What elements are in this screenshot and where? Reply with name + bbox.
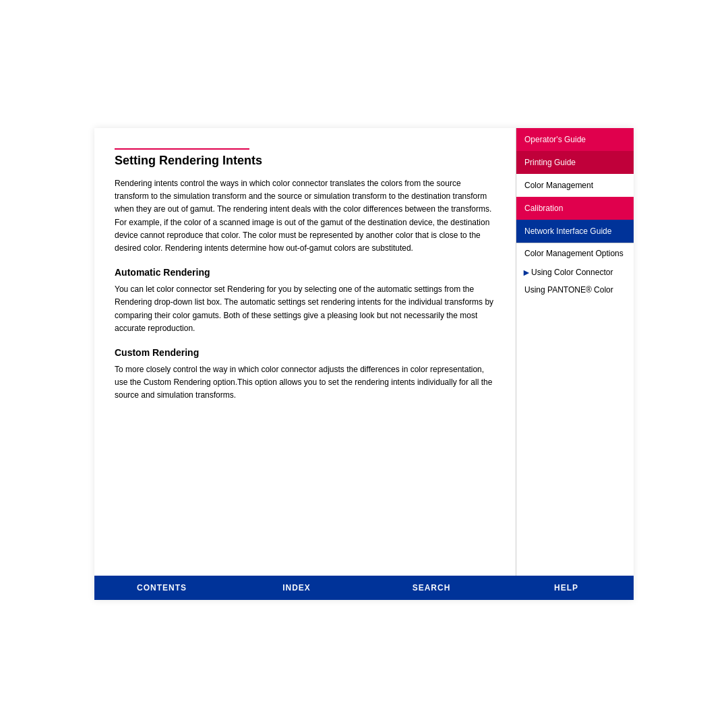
nav-search[interactable]: SEARCH	[364, 576, 499, 599]
page-container: Setting Rendering Intents Rendering inte…	[94, 128, 634, 600]
sidebar-item-operators-guide[interactable]: Operator's Guide	[516, 128, 634, 151]
sidebar-item-color-management[interactable]: Color Management	[516, 174, 634, 197]
intro-paragraph: Rendering intents control the ways in wh…	[115, 177, 495, 255]
sidebar-item-label: Color Management	[524, 181, 593, 190]
sidebar-item-label: Calibration	[524, 204, 563, 213]
sidebar-item-label: Color Management Options	[524, 249, 624, 258]
sidebar: Operator's Guide Printing Guide Color Ma…	[516, 128, 634, 576]
sidebar-item-printing-guide[interactable]: Printing Guide	[516, 151, 634, 174]
main-content: Setting Rendering Intents Rendering inte…	[94, 128, 634, 576]
custom-rendering-text: To more closely control the way in which…	[115, 363, 495, 402]
sidebar-item-label: Network Interface Guide	[524, 226, 611, 236]
sidebar-item-color-management-options[interactable]: Color Management Options	[516, 243, 634, 264]
nav-contents[interactable]: CONTENTS	[94, 576, 229, 599]
content-area: Setting Rendering Intents Rendering inte…	[94, 128, 516, 576]
sidebar-item-label: Using Color Connector	[531, 268, 613, 277]
sidebar-item-network-interface[interactable]: Network Interface Guide	[516, 220, 634, 243]
sidebar-item-calibration[interactable]: Calibration	[516, 197, 634, 220]
page-title: Setting Rendering Intents	[115, 154, 495, 168]
nav-index[interactable]: INDEX	[229, 576, 364, 599]
section-title-line	[115, 148, 249, 150]
sidebar-item-using-pantone[interactable]: Using PANTONE® Color	[516, 281, 634, 299]
sidebar-item-label: Printing Guide	[524, 158, 576, 167]
sidebar-item-label: Operator's Guide	[524, 135, 586, 144]
arrow-icon: ►	[522, 267, 531, 278]
bottom-nav: CONTENTS INDEX SEARCH HELP	[94, 576, 634, 600]
nav-help[interactable]: HELP	[499, 576, 634, 599]
auto-rendering-heading: Automatic Rendering	[115, 267, 495, 278]
sidebar-item-using-color-connector[interactable]: ► Using Color Connector	[516, 264, 634, 281]
custom-rendering-heading: Custom Rendering	[115, 347, 495, 358]
sidebar-item-label: Using PANTONE® Color	[524, 285, 613, 295]
auto-rendering-text: You can let color connector set Renderin…	[115, 283, 495, 335]
